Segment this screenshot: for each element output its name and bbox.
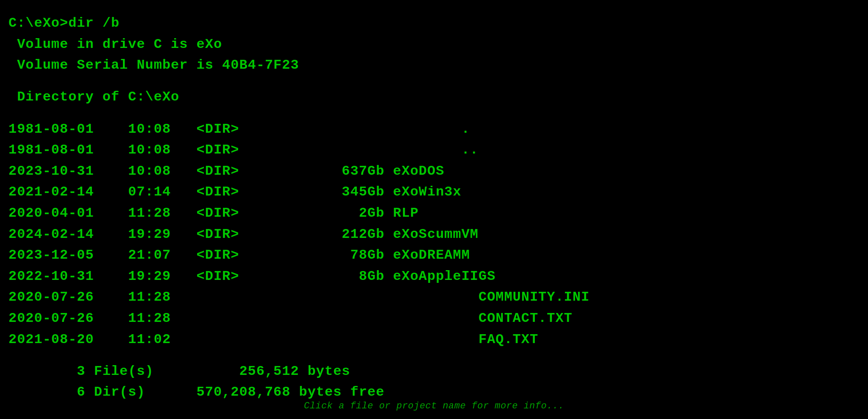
files-summary: 3 File(s) 256,512 bytes <box>8 361 860 382</box>
spacer-1 <box>8 76 860 87</box>
table-row: 2020-07-26 11:28 COMMUNITY.INI <box>8 287 860 308</box>
dirs-summary: 6 Dir(s) 570,208,768 bytes free <box>8 382 860 403</box>
spacer-2 <box>8 108 860 119</box>
table-row: 1981-08-01 10:08 <DIR> .. <box>8 140 860 161</box>
table-row: 2020-07-26 11:28 CONTACT.TXT <box>8 308 860 329</box>
table-row: 2022-10-31 19:29 <DIR> 8Gb eXoAppleIIGS <box>8 266 860 287</box>
table-row: 1981-08-01 10:08 <DIR> . <box>8 119 860 140</box>
volume-serial: Volume Serial Number is 40B4-7F23 <box>8 55 860 76</box>
volume-info-1: Volume in drive C is eXo <box>8 34 860 55</box>
directory-header: Directory of C:\eXo <box>8 87 860 108</box>
table-row: 2023-10-31 10:08 <DIR> 637Gb eXoDOS <box>8 161 860 182</box>
table-row: 2021-08-20 11:02 FAQ.TXT <box>8 329 860 350</box>
table-row: 2024-02-14 19:29 <DIR> 212Gb eXoScummVM <box>8 224 860 245</box>
table-row: 2023-12-05 21:07 <DIR> 78Gb eXoDREAMM <box>8 245 860 266</box>
terminal-window: C:\eXo>dir /b Volume in drive C is eXo V… <box>0 0 868 419</box>
spacer-5 <box>8 413 860 419</box>
table-row: 2021-02-14 07:14 <DIR> 345Gb eXoWin3x <box>8 182 860 203</box>
footer-hint: Click a file or project name for more in… <box>304 401 564 411</box>
spacer-3 <box>8 350 860 361</box>
table-row: 2020-04-01 11:28 <DIR> 2Gb RLP <box>8 203 860 224</box>
command-line: C:\eXo>dir /b <box>8 13 860 34</box>
file-listing: 1981-08-01 10:08 <DIR> .1981-08-01 10:08… <box>8 119 860 350</box>
